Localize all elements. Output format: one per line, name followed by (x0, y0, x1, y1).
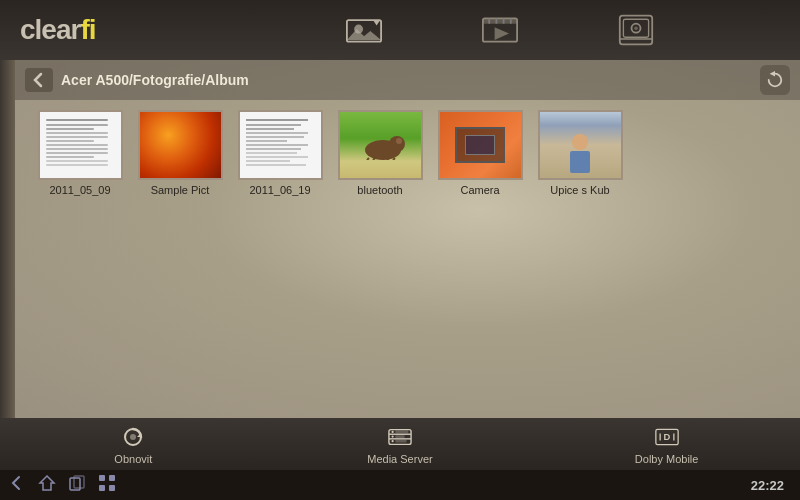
photo-thumb-camera (438, 110, 523, 180)
nav-music-icon[interactable] (618, 12, 654, 48)
photo-item-2011_05_09[interactable]: 2011_05_09 (35, 110, 125, 196)
svg-rect-40 (99, 475, 105, 481)
sys-nav-icons (8, 474, 116, 496)
photo-thumb-sample-pict (138, 110, 223, 180)
svg-point-17 (396, 138, 402, 144)
svg-line-20 (387, 158, 389, 160)
svg-rect-32 (395, 440, 406, 443)
taskbar-dolby-mobile[interactable]: D Dolby Mobile (617, 423, 717, 465)
system-bar: 22:22 (0, 470, 800, 500)
svg-point-27 (391, 431, 393, 433)
photo-grid: 2011_05_09 Sample Pict (15, 100, 800, 420)
photo-label-sample-pict: Sample Pict (151, 184, 210, 196)
svg-point-28 (391, 435, 393, 437)
svg-rect-42 (99, 485, 105, 491)
photo-thumb-2011_06_19 (238, 110, 323, 180)
refresh-button[interactable] (760, 65, 790, 95)
photo-label-2011_06_19: 2011_06_19 (249, 184, 310, 196)
top-nav-icons (200, 12, 800, 48)
photo-item-upice-s-kub[interactable]: Upice s Kub (535, 110, 625, 196)
photo-label-bluetooth: bluetooth (357, 184, 402, 196)
svg-rect-30 (395, 431, 408, 434)
nav-videos-icon[interactable] (482, 12, 518, 48)
svg-line-19 (373, 158, 375, 160)
back-button[interactable] (25, 68, 53, 92)
svg-rect-31 (395, 435, 404, 438)
taskbar-obnovit[interactable]: Obnovit (83, 423, 183, 465)
svg-marker-37 (40, 476, 54, 490)
taskbar-obnovit-label: Obnovit (114, 453, 152, 465)
svg-text:D: D (663, 431, 670, 442)
taskbar-media-server-label: Media Server (367, 453, 432, 465)
photo-thumb-2011_05_09 (38, 110, 123, 180)
media-server-icon (386, 423, 414, 451)
svg-line-18 (367, 158, 369, 160)
sys-grid-icon[interactable] (98, 474, 116, 496)
svg-point-13 (634, 26, 638, 30)
breadcrumb-text: Acer A500/Fotografie/Album (61, 72, 249, 88)
sys-right: 22:22 (743, 476, 792, 494)
photo-thumb-bluetooth (338, 110, 423, 180)
top-header: clearfi (0, 0, 800, 60)
photo-item-2011_06_19[interactable]: 2011_06_19 (235, 110, 325, 196)
photo-label-upice-s-kub: Upice s Kub (550, 184, 609, 196)
photo-item-camera[interactable]: Camera (435, 110, 525, 196)
svg-marker-2 (373, 20, 380, 25)
photo-item-sample-pict[interactable]: Sample Pict (135, 110, 225, 196)
taskbar-media-server[interactable]: Media Server (350, 423, 450, 465)
logo-area: clearfi (0, 14, 200, 46)
svg-point-23 (130, 434, 136, 440)
logo-clear: clear (20, 14, 80, 45)
sys-home-icon[interactable] (38, 474, 56, 496)
photo-label-camera: Camera (460, 184, 499, 196)
breadcrumb-bar: Acer A500/Fotografie/Album (15, 60, 800, 100)
photo-item-bluetooth[interactable]: bluetooth (335, 110, 425, 196)
left-strip (0, 0, 15, 420)
refresh-icon (119, 423, 147, 451)
taskbar-dolby-mobile-label: Dolby Mobile (635, 453, 699, 465)
app-logo: clearfi (20, 14, 96, 45)
svg-rect-41 (109, 475, 115, 481)
svg-point-16 (389, 136, 405, 152)
svg-rect-4 (483, 18, 517, 23)
svg-line-21 (393, 158, 395, 160)
photo-label-2011_05_09: 2011_05_09 (49, 184, 110, 196)
bottom-taskbar: Obnovit Media Server D (0, 418, 800, 470)
photo-thumb-upice-s-kub (538, 110, 623, 180)
nav-photos-icon[interactable] (346, 12, 382, 48)
svg-rect-43 (109, 485, 115, 491)
sys-recent-icon[interactable] (68, 474, 86, 496)
logo-fi: fi (80, 14, 95, 45)
svg-marker-9 (495, 27, 509, 40)
dolby-icon: D (653, 423, 681, 451)
sys-back-icon[interactable] (8, 474, 26, 496)
system-time: 22:22 (751, 478, 784, 493)
svg-point-29 (391, 440, 393, 442)
